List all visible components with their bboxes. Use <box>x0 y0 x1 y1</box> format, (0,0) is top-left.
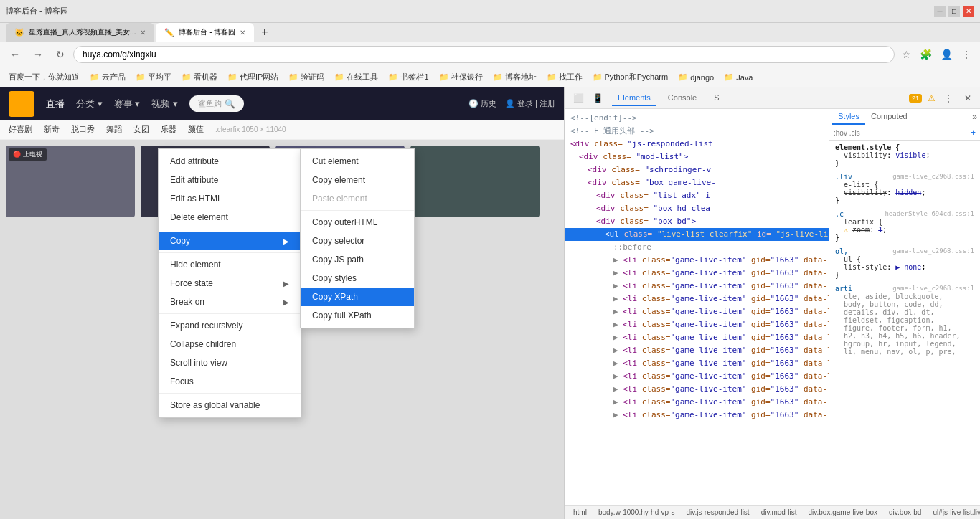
styles-tab-computed[interactable]: Computed <box>865 109 913 125</box>
tab-2[interactable]: ✏️ 博客后台 - 博客园 ✕ <box>156 23 254 42</box>
extensions-button[interactable]: 🧩 <box>917 47 935 62</box>
styles-expand-button[interactable]: » <box>972 109 977 125</box>
bookmark-star-button[interactable]: ☆ <box>899 47 914 62</box>
context-menu-item-store-global[interactable]: Store as global variable <box>159 396 301 414</box>
context-menu-item-delete-element[interactable]: Delete element <box>159 208 301 227</box>
profile-button[interactable]: 👤 <box>938 47 956 62</box>
statusbar-div-box[interactable]: div.box.game-live-box <box>805 508 880 516</box>
subnav-item-4: 舞蹈 <box>106 124 122 135</box>
dom-li-7: ▶ <li class="game-live-item" gid="1663" … <box>565 331 829 344</box>
context-menu-item-break-on[interactable]: Break on ▶ <box>159 293 301 311</box>
break-on-arrow: ▶ <box>283 298 289 306</box>
copy-submenu-selector[interactable]: Copy selector <box>301 232 414 250</box>
statusbar-div-responded[interactable]: div.js-responded-list <box>683 508 752 516</box>
subnav-item-3: 脱口秀 <box>71 124 95 135</box>
selector-label: Copy selector <box>312 236 364 246</box>
devtools-tab-elements[interactable]: Elements <box>612 90 656 106</box>
js-path-label: Copy JS path <box>312 255 364 265</box>
bookmarks-bar: 百度一下，你就知道 📁云产品 📁平均平 📁看机器 📁代理IP网站 📁验证码 📁在… <box>0 67 980 87</box>
dom-attr-7: class= <box>620 191 649 200</box>
menu-button[interactable]: ⋮ <box>958 47 974 62</box>
back-button[interactable]: ← <box>6 47 24 62</box>
context-menu-item-edit-html[interactable]: Edit as HTML <box>159 189 301 208</box>
dom-panel[interactable]: <!--[endif]--> <!-- E 通用头部 --> <div clas… <box>565 109 829 505</box>
address-bar[interactable] <box>73 46 895 63</box>
statusbar-ul[interactable]: ul#js-live-list.live-list.clearfix <box>930 508 980 516</box>
bookmark-captcha[interactable]: 📁验证码 <box>286 70 327 84</box>
copy-submenu-outerhtml[interactable]: Copy outerHTML <box>301 213 414 232</box>
forward-button[interactable]: → <box>29 47 47 62</box>
statusbar-body[interactable]: body.w-1000.hy-hd-vp-s <box>595 508 678 516</box>
style-selector-c: .c headerStyle_694cd.css:1 <box>835 210 974 218</box>
site-nav-category: 分类 ▾ <box>76 98 103 110</box>
context-menu-item-expand[interactable]: Expand recursively <box>159 316 301 335</box>
bookmark-baidu[interactable]: 百度一下，你就知道 <box>6 70 83 84</box>
bookmark-python[interactable]: 📁Python和Pycharm <box>590 70 672 84</box>
bookmark-java[interactable]: 📁Java <box>721 71 755 83</box>
separator-4 <box>159 393 301 394</box>
tab-2-close[interactable]: ✕ <box>240 29 245 37</box>
devtools-close-button[interactable]: ✕ <box>961 92 974 105</box>
context-menu-item-collapse[interactable]: Collapse children <box>159 335 301 353</box>
copy-submenu-xpath[interactable]: Copy XPath <box>301 288 414 306</box>
copy-submenu-js-path[interactable]: Copy JS path <box>301 250 414 269</box>
close-button[interactable]: ✕ <box>963 6 974 17</box>
bookmark-tools[interactable]: 📁在线工具 <box>331 70 381 84</box>
bookmark-proxy[interactable]: 📁代理IP网站 <box>225 70 281 84</box>
styles-filter-input[interactable] <box>834 129 968 137</box>
site-search-bar[interactable]: 鲨鱼购 🔍 <box>189 95 244 112</box>
devtools-tab-console[interactable]: Console <box>662 90 702 106</box>
dom-tag-6: <div <box>588 178 607 187</box>
new-tab-button[interactable]: + <box>255 23 273 42</box>
copy-submenu-paste[interactable]: Paste element <box>301 189 414 208</box>
copy-submenu-styles[interactable]: Copy styles <box>301 269 414 288</box>
bookmark-bank[interactable]: 📁社保银行 <box>436 70 486 84</box>
style-rule-liv: .liv game-live_c2968.css:1 e-list { visi… <box>835 173 974 204</box>
bookmark-machine[interactable]: 📁看机器 <box>179 70 220 84</box>
inspect-element-button[interactable]: ⬜ <box>570 92 587 105</box>
devtools-tab-sources[interactable]: S <box>708 90 725 106</box>
site-nav-live: 直播 <box>46 98 65 110</box>
devtools-statusbar: html body.w-1000.hy-hd-vp-s div.js-respo… <box>565 505 980 519</box>
bookmark-blog[interactable]: 📁博客地址 <box>490 70 540 84</box>
device-toolbar-button[interactable]: 📱 <box>590 92 606 105</box>
dom-li-2: ▶ <li class="game-live-item" gid="1663" … <box>565 267 829 280</box>
bookmark-job[interactable]: 📁找工作 <box>544 70 585 84</box>
bookmark-cloud[interactable]: 📁云产品 <box>87 70 128 84</box>
copy-submenu-cut[interactable]: Cut element <box>301 152 414 171</box>
site-user-actions: 🕐 历史 👤 登录 | 注册 <box>468 98 555 109</box>
context-menu-item-force-state[interactable]: Force state ▶ <box>159 274 301 293</box>
statusbar-html[interactable]: html <box>570 508 590 516</box>
bookmark-avg[interactable]: 📁平均平 <box>133 70 174 84</box>
hide-element-label: Hide element <box>170 260 221 270</box>
minimize-button[interactable]: ─ <box>934 6 946 17</box>
devtools-settings-button[interactable]: ⋮ <box>941 92 956 105</box>
maximize-button[interactable]: □ <box>948 6 960 17</box>
context-menu-item-scroll[interactable]: Scroll into view <box>159 353 301 372</box>
styles-tab-styles[interactable]: Styles <box>832 109 865 125</box>
context-menu-item-hide-element[interactable]: Hide element <box>159 255 301 274</box>
context-menu-item-add-attribute[interactable]: Add attribute <box>159 152 301 171</box>
style-prop-zoom: ⚠ zoom: 1; <box>835 226 974 234</box>
bookmark-1[interactable]: 📁书签栏1 <box>385 70 431 84</box>
copy-submenu-copy-element[interactable]: Copy element <box>301 171 414 189</box>
context-menu-item-copy[interactable]: Copy ▶ <box>159 232 301 250</box>
reload-button[interactable]: ↻ <box>52 47 69 62</box>
bookmark-django[interactable]: 📁django <box>675 71 717 83</box>
statusbar-div-mod[interactable]: div.mod-list <box>758 508 800 516</box>
context-menu-item-edit-attribute[interactable]: Edit attribute <box>159 171 301 189</box>
context-menu-item-focus[interactable]: Focus <box>159 372 301 391</box>
dom-selected-tag: <ul <box>605 229 619 239</box>
dom-attrval-9: "box-bd"> <box>654 217 697 226</box>
tab-1-close[interactable]: ✕ <box>140 29 146 37</box>
separator-1 <box>159 229 301 229</box>
tab-1[interactable]: 🐱 星秀直播_真人秀视频直播_美女... ✕ <box>6 23 154 42</box>
navigation-bar: ← → ↻ ☆ 🧩 👤 ⋮ <box>0 42 980 67</box>
copy-submenu-full-xpath[interactable]: Copy full XPath <box>301 306 414 325</box>
styles-panel-tabs: Styles Computed » <box>829 109 980 125</box>
dom-selected-id-val: "js-live-list" <box>776 229 829 239</box>
styles-add-button[interactable]: + <box>971 128 976 138</box>
statusbar-div-boxbd[interactable]: div.box-bd <box>886 508 924 516</box>
dom-li-5: ▶ <li class="game-live-item" gid="1663" … <box>565 305 829 318</box>
dom-line-8: <div class= "box-hd clea <box>565 202 829 215</box>
